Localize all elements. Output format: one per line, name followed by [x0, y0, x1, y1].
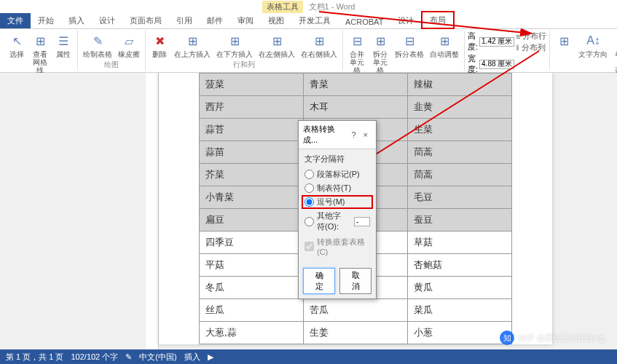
distribute-cols-button[interactable]: ⦀分布列 — [516, 42, 546, 53]
insert-right-button[interactable]: ⊞在右侧插入 — [299, 31, 339, 60]
table-cell[interactable]: 芥菜 — [200, 164, 304, 186]
tab-mailings[interactable]: 邮件 — [200, 13, 230, 28]
table-cell[interactable]: 四季豆 — [200, 232, 304, 254]
insert-below-button[interactable]: ⊞在下方插入 — [214, 31, 255, 60]
tab-table-design[interactable]: 设计 — [390, 13, 421, 28]
draw-table-button[interactable]: ✎绘制表格 — [81, 31, 114, 60]
insert-below-icon: ⊞ — [226, 32, 243, 50]
radio-other[interactable]: 其他字符(O): — [304, 209, 370, 234]
table-cell[interactable]: 毛豆 — [408, 186, 512, 209]
table-cell[interactable]: 蚕豆 — [408, 209, 512, 232]
pencil-icon: ✎ — [89, 32, 106, 50]
table-cell[interactable]: 丝瓜 — [200, 299, 304, 322]
cancel-button[interactable]: 取消 — [339, 268, 372, 294]
tab-design0[interactable]: 设计 — [92, 13, 122, 28]
text-direction-button[interactable]: A↕文字方向 — [576, 31, 610, 60]
delete-button[interactable]: ✖删除 — [149, 31, 170, 60]
table-cell[interactable]: 辣椒 — [408, 74, 512, 96]
status-words: 102/102 个字 — [71, 352, 118, 363]
split-icon: ⊞ — [372, 32, 389, 50]
table-cell[interactable]: 菜瓜 — [408, 299, 512, 322]
table-cell[interactable]: 韭黄 — [408, 96, 512, 119]
radio-comma[interactable]: 逗号(M) — [302, 195, 373, 209]
status-language[interactable]: 中文(中国) — [139, 352, 176, 363]
table-row[interactable]: 菠菜青菜辣椒 — [200, 74, 512, 96]
table-cell[interactable]: 平菇 — [200, 254, 304, 277]
table-cell[interactable]: 菠菜 — [200, 74, 304, 96]
table-cell[interactable]: 冬瓜 — [200, 277, 304, 299]
status-language-icon: ✎ — [125, 352, 132, 362]
table-cell[interactable]: 杏鲍菇 — [408, 254, 512, 277]
cursor-icon: ↖ — [8, 32, 25, 50]
tab-developer[interactable]: 开发工具 — [291, 13, 338, 28]
ok-button[interactable]: 确定 — [303, 268, 335, 294]
height-input[interactable] — [479, 37, 514, 47]
radio-tab[interactable]: 制表符(T) — [304, 181, 370, 195]
merge-cells-button[interactable]: ⊟合并 单元格 — [346, 31, 368, 76]
table-row[interactable]: 西芹木耳韭黄 — [200, 96, 512, 119]
group-draw-label: 绘图 — [104, 60, 119, 71]
table-cell[interactable]: 大葱,蒜 — [200, 322, 304, 344]
tab-page-layout[interactable]: 页面布局 — [122, 13, 169, 28]
tab-insert[interactable]: 插入 — [61, 13, 92, 28]
tab-acrobat[interactable]: ACROBAT — [338, 15, 390, 28]
table-cell[interactable]: 生菜 — [408, 119, 512, 141]
dialog-help-button[interactable]: ? — [347, 130, 359, 139]
convert-table-dialog: 表格转换成... ? × 文字分隔符 段落标记(P) 制表符(T) 逗号(M) … — [298, 120, 377, 299]
table-cell[interactable]: 小青菜 — [200, 186, 304, 209]
distribute-rows-button[interactable]: ≡分布行 — [516, 31, 546, 41]
split-table-icon: ⊟ — [401, 32, 418, 50]
insert-left-button[interactable]: ⊞在左侧插入 — [256, 31, 297, 60]
view-gridlines-button[interactable]: ⊞查看 网格线 — [29, 31, 51, 76]
table-cell[interactable]: 苦瓜 — [304, 299, 408, 322]
table-cell[interactable]: 茼蒿 — [408, 141, 512, 164]
select-button[interactable]: ↖选择 — [6, 31, 28, 60]
tab-review[interactable]: 审阅 — [230, 13, 261, 28]
autofit-button[interactable]: ⊞自动调整 — [428, 31, 461, 60]
ribbon: ↖选择 ⊞查看 网格线 ☰属性 表 ✎绘制表格 ▱橡皮擦 绘图 ✖删除 ⊞在上方… — [0, 29, 617, 73]
properties-icon: ☰ — [55, 32, 72, 50]
height-label: 高度: — [468, 31, 478, 52]
tab-file[interactable]: 文件 — [0, 13, 31, 28]
table-cell[interactable]: 木耳 — [304, 96, 408, 119]
status-page: 第 1 页，共 1 页 — [6, 352, 63, 363]
table-cell[interactable]: 茼蒿 — [408, 164, 512, 186]
eraser-icon: ▱ — [120, 32, 138, 50]
table-row[interactable]: 丝瓜苦瓜菜瓜 — [200, 299, 512, 322]
tab-references[interactable]: 引用 — [169, 13, 200, 28]
table-cell[interactable]: 生姜 — [304, 322, 408, 344]
split-table-button[interactable]: ⊟拆分表格 — [393, 31, 426, 60]
table-cell[interactable]: 西芹 — [200, 96, 304, 119]
radio-paragraph[interactable]: 段落标记(P) — [304, 167, 370, 181]
width-input[interactable] — [479, 60, 514, 69]
table-cell[interactable]: 扁豆 — [200, 209, 304, 232]
zhihu-icon: 知 — [500, 331, 514, 345]
separator-group-label: 文字分隔符 — [304, 154, 370, 165]
cell-margins-button[interactable]: ▭单元格 边距 — [611, 31, 617, 76]
delete-icon: ✖ — [151, 32, 168, 50]
align-grid-button[interactable]: ⊞ — [553, 31, 575, 51]
insert-above-icon: ⊞ — [184, 32, 201, 50]
table-row[interactable]: 大葱,蒜生姜小葱 — [200, 322, 512, 344]
eraser-button[interactable]: ▱橡皮擦 — [116, 31, 142, 60]
insert-above-button[interactable]: ⊞在上方插入 — [172, 31, 213, 60]
table-cell[interactable]: 小葱 — [408, 322, 512, 344]
table-cell[interactable]: 草菇 — [408, 232, 512, 254]
tab-table-layout[interactable]: 布局 — [421, 11, 455, 29]
split-cells-button[interactable]: ⊞拆分 单元格 — [369, 31, 391, 76]
table-cell[interactable]: 青菜 — [304, 74, 408, 96]
tab-home[interactable]: 开始 — [31, 13, 61, 28]
width-label: 宽度: — [468, 53, 478, 75]
dialog-close-button[interactable]: × — [360, 130, 372, 139]
checkbox-nested[interactable]: 转换嵌套表格(C) — [304, 234, 370, 259]
tab-view[interactable]: 视图 — [261, 13, 291, 28]
margin-icon: ▭ — [613, 32, 617, 50]
status-insert-mode[interactable]: 插入 — [184, 352, 200, 363]
status-bar: 第 1 页，共 1 页 102/102 个字 ✎ 中文(中国) 插入 ▶ — [0, 349, 617, 364]
table-cell[interactable]: 蒜苔 — [200, 119, 304, 141]
insert-left-icon: ⊞ — [268, 32, 286, 50]
table-cell[interactable]: 黄瓜 — [408, 277, 512, 299]
table-cell[interactable]: 蒜苗 — [200, 141, 304, 164]
other-char-input[interactable] — [354, 217, 370, 226]
properties-button[interactable]: ☰属性 — [52, 31, 74, 60]
